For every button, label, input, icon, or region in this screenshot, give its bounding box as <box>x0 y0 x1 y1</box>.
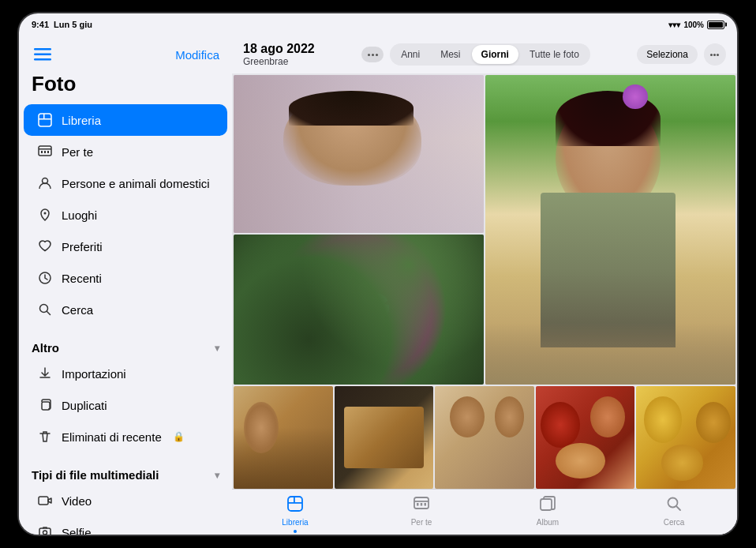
sidebar-item-per-te[interactable]: Per te <box>24 136 227 167</box>
nav-libreria-icon <box>286 495 304 516</box>
status-day: Lun 5 giu <box>54 20 92 29</box>
sidebar-item-video[interactable]: Video <box>24 485 227 516</box>
edit-button[interactable]: Modifica <box>175 48 219 62</box>
svg-rect-10 <box>47 151 49 153</box>
cerca-icon <box>36 301 54 318</box>
battery-fill <box>709 22 723 28</box>
sidebar-title: Foto <box>19 70 232 104</box>
photo-row-3 <box>234 386 735 489</box>
sidebar-item-selfie[interactable]: Selfie <box>24 516 227 535</box>
svg-rect-27 <box>414 501 429 502</box>
svg-rect-2 <box>34 58 51 61</box>
svg-rect-29 <box>421 503 423 506</box>
libreria-icon <box>36 111 54 129</box>
svg-rect-17 <box>39 528 51 535</box>
persone-icon <box>36 175 54 192</box>
sidebar: Modifica Foto Libreria <box>19 36 232 535</box>
bottom-nav: Libreria Per te <box>232 489 737 535</box>
svg-rect-25 <box>294 497 295 502</box>
photo-cell-1[interactable] <box>234 75 484 233</box>
sidebar-header: Modifica <box>19 36 232 70</box>
date-location: 18 ago 2022 Greenbrae <box>243 42 315 67</box>
nav-item-libreria[interactable]: Libreria <box>232 495 358 527</box>
battery-label: 100% <box>683 21 704 29</box>
lock-icon: 🔒 <box>173 431 185 442</box>
select-button[interactable]: Seleziona <box>637 45 698 64</box>
sidebar-item-preferiti[interactable]: Preferiti <box>24 231 227 262</box>
view-tabs: Anni Mesi Giorni Tutte le foto <box>390 43 590 66</box>
tab-tutte[interactable]: Tutte le foto <box>520 45 589 64</box>
sidebar-item-eliminati[interactable]: Eliminati di recente 🔒 <box>24 421 227 452</box>
nav-item-album[interactable]: Album <box>485 495 611 527</box>
nav-cerca-label: Cerca <box>664 518 685 527</box>
sidebar-item-libreria[interactable]: Libreria <box>24 104 227 136</box>
photo-cell-6[interactable] <box>435 386 534 489</box>
svg-rect-31 <box>541 499 552 510</box>
section-altro-label: Altro <box>32 341 59 355</box>
svg-rect-16 <box>39 497 48 505</box>
photo-cell-3[interactable]: 🌸 <box>234 235 484 385</box>
more-button[interactable] <box>704 43 726 66</box>
svg-rect-28 <box>417 503 419 506</box>
recenti-label: Recenti <box>62 272 102 285</box>
per-te-label: Per te <box>62 145 93 159</box>
duplicati-icon <box>36 396 54 414</box>
main-toolbar: 18 ago 2022 Greenbrae Anni Mesi Giorni T… <box>232 36 737 73</box>
eliminati-label: Eliminati di recente <box>62 430 162 444</box>
tab-giorni[interactable]: Giorni <box>472 45 518 64</box>
wifi-icon: ▾▾▾ <box>668 21 680 29</box>
svg-rect-0 <box>34 48 51 51</box>
libreria-label: Libreria <box>62 114 101 127</box>
section-altro[interactable]: Altro ▾ <box>19 332 232 358</box>
svg-rect-9 <box>44 151 46 153</box>
tab-mesi[interactable]: Mesi <box>431 45 470 64</box>
svg-rect-24 <box>288 502 302 504</box>
selfie-icon <box>36 524 54 535</box>
nav-indicator <box>294 530 297 533</box>
importazioni-label: Importazioni <box>62 367 126 381</box>
nav-per-te-label: Per te <box>411 518 432 527</box>
svg-rect-5 <box>43 114 45 118</box>
nav-libreria-label: Libreria <box>282 518 308 527</box>
photo-cell-7[interactable] <box>536 386 635 489</box>
toolbar-right: Seleziona <box>637 43 726 66</box>
nav-per-te-icon <box>413 495 430 516</box>
photo-cell-5[interactable] <box>335 386 434 489</box>
per-te-icon <box>36 143 54 160</box>
nav-album-icon <box>539 495 556 516</box>
dots-button[interactable] <box>361 47 384 62</box>
photo-grid: 🌸 <box>232 73 737 489</box>
status-right: ▾▾▾ 100% <box>668 21 724 29</box>
nav-item-cerca[interactable]: Cerca <box>611 495 737 527</box>
photo-cell-2[interactable] <box>485 75 735 385</box>
nav-album-label: Album <box>537 518 559 527</box>
nav-cerca-icon <box>665 495 683 516</box>
section-tipi[interactable]: Tipi di file multimediali ▾ <box>19 459 232 485</box>
svg-rect-23 <box>288 497 302 511</box>
svg-point-12 <box>44 212 47 215</box>
sidebar-item-recenti[interactable]: Recenti <box>24 262 227 294</box>
importazioni-icon <box>36 365 54 382</box>
luoghi-label: Luoghi <box>62 208 97 222</box>
nav-item-per-te[interactable]: Per te <box>358 495 485 527</box>
sidebar-item-duplicati[interactable]: Duplicati <box>24 389 227 421</box>
photo-cell-4[interactable] <box>234 386 333 489</box>
chevron-down-icon: ▾ <box>215 343 219 354</box>
chevron-down-icon-2: ▾ <box>215 470 219 481</box>
svg-rect-8 <box>41 151 43 153</box>
sidebar-item-persone[interactable]: Persone e animali domestici <box>24 167 227 199</box>
svg-rect-1 <box>34 54 51 56</box>
recenti-icon <box>36 269 54 287</box>
persone-label: Persone e animali domestici <box>62 177 210 190</box>
video-icon <box>36 492 54 509</box>
preferiti-icon <box>36 238 54 255</box>
photo-cell-8[interactable] <box>636 386 735 489</box>
location-text: Greenbrae <box>243 56 315 67</box>
preferiti-label: Preferiti <box>62 240 103 253</box>
sidebar-item-cerca[interactable]: Cerca <box>24 294 227 325</box>
tab-anni[interactable]: Anni <box>391 45 429 64</box>
sidebar-item-importazioni[interactable]: Importazioni <box>24 358 227 389</box>
sidebar-item-luoghi[interactable]: Luoghi <box>24 199 227 231</box>
ipad-frame: 9:41 Lun 5 giu ▾▾▾ 100% Modifica <box>19 13 737 535</box>
sidebar-toggle-button[interactable] <box>32 43 54 66</box>
